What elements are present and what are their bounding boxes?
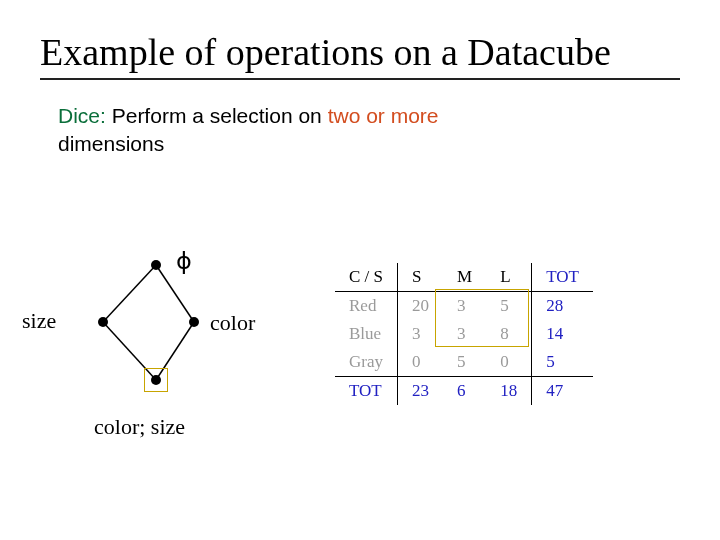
col-total: 6 [443,377,486,406]
svg-point-6 [189,317,199,327]
table-row: Gray 0 5 0 5 [335,348,593,377]
cell: 5 [443,348,486,377]
svg-point-4 [151,260,161,270]
crosstab-table-wrap: C / S S M L TOT Red 20 3 5 28 Blue 3 3 8… [335,263,593,405]
lattice-phi-label: ϕ [176,247,192,275]
lattice-colorsize-label: color; size [94,414,185,440]
col-header: S [398,263,444,292]
cell: 3 [443,320,486,348]
table-row: Blue 3 3 8 14 [335,320,593,348]
col-header: L [486,263,532,292]
lattice-diagram: ϕ size color color; size [64,250,274,470]
dice-keyword: Dice: [58,104,106,127]
grand-total: 47 [532,377,593,406]
cell: 20 [398,292,444,321]
two-or-more: two or more [328,104,439,127]
col-total: 18 [486,377,532,406]
cell: 8 [486,320,532,348]
row-label: Blue [335,320,398,348]
row-label: Red [335,292,398,321]
lattice-size-label: size [22,308,56,334]
row-total: 28 [532,292,593,321]
slide: Example of operations on a Datacube Dice… [0,0,720,540]
svg-point-5 [98,317,108,327]
slide-body: Dice: Perform a selection on two or more… [58,102,680,159]
cell: 0 [486,348,532,377]
row-label: Gray [335,348,398,377]
cell: 5 [486,292,532,321]
cell: 3 [398,320,444,348]
table-row: Red 20 3 5 28 [335,292,593,321]
row-total: 14 [532,320,593,348]
row-total: 5 [532,348,593,377]
title-underline [40,78,680,80]
table-total-row: TOT 23 6 18 47 [335,377,593,406]
table-header-row: C / S S M L TOT [335,263,593,292]
cell: 3 [443,292,486,321]
col-header: M [443,263,486,292]
tot-col-header: TOT [532,263,593,292]
body-text-1: Perform a selection on [106,104,328,127]
lattice-color-label: color [210,310,255,336]
cell: 0 [398,348,444,377]
corner-cell: C / S [335,263,398,292]
col-total: 23 [398,377,444,406]
body-text-2: dimensions [58,132,164,155]
lattice-selected-node-box [144,368,168,392]
crosstab-table: C / S S M L TOT Red 20 3 5 28 Blue 3 3 8… [335,263,593,405]
svg-line-0 [103,265,156,322]
tot-row-label: TOT [335,377,398,406]
slide-title: Example of operations on a Datacube [40,30,680,74]
